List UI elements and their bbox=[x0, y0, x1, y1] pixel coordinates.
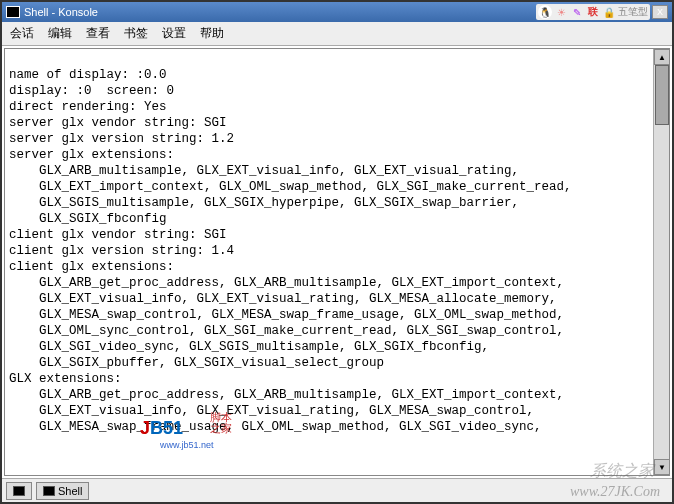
new-tab-icon bbox=[13, 486, 25, 496]
statusbar: Shell bbox=[2, 478, 672, 502]
menu-help[interactable]: 帮助 bbox=[200, 25, 224, 42]
new-tab-button[interactable] bbox=[6, 482, 32, 500]
tab-icon bbox=[43, 486, 55, 496]
tab-shell[interactable]: Shell bbox=[36, 482, 89, 500]
system-tray: 🐧 ☀ ✎ 联 🔒 五笔型 bbox=[536, 4, 650, 20]
tux-icon[interactable]: 🐧 bbox=[538, 5, 552, 19]
menu-settings[interactable]: 设置 bbox=[162, 25, 186, 42]
ime-label: 五笔型 bbox=[618, 5, 648, 19]
titlebar[interactable]: Shell - Konsole 🐧 ☀ ✎ 联 🔒 五笔型 X bbox=[2, 2, 672, 22]
menubar: 会话 编辑 查看 书签 设置 帮助 bbox=[2, 22, 672, 46]
scroll-down-button[interactable]: ▼ bbox=[654, 459, 670, 475]
menu-session[interactable]: 会话 bbox=[10, 25, 34, 42]
terminal-container: name of display: :0.0 display: :0 screen… bbox=[4, 48, 670, 476]
lock-icon[interactable]: 🔒 bbox=[602, 5, 616, 19]
close-button[interactable]: X bbox=[652, 5, 668, 19]
scroll-up-button[interactable]: ▲ bbox=[654, 49, 670, 65]
app-icon bbox=[6, 6, 20, 18]
menu-view[interactable]: 查看 bbox=[86, 25, 110, 42]
terminal-output[interactable]: name of display: :0.0 display: :0 screen… bbox=[5, 49, 653, 475]
ime-status-icon[interactable]: 联 bbox=[586, 5, 600, 19]
konsole-window: Shell - Konsole 🐧 ☀ ✎ 联 🔒 五笔型 X 会话 编辑 查看… bbox=[0, 0, 674, 504]
weather-icon[interactable]: ☀ bbox=[554, 5, 568, 19]
scrollbar[interactable]: ▲ ▼ bbox=[653, 49, 669, 475]
scroll-thumb[interactable] bbox=[655, 65, 669, 125]
menu-bookmarks[interactable]: 书签 bbox=[124, 25, 148, 42]
menu-edit[interactable]: 编辑 bbox=[48, 25, 72, 42]
window-title: Shell - Konsole bbox=[24, 6, 536, 18]
tab-label: Shell bbox=[58, 485, 82, 497]
pen-icon[interactable]: ✎ bbox=[570, 5, 584, 19]
